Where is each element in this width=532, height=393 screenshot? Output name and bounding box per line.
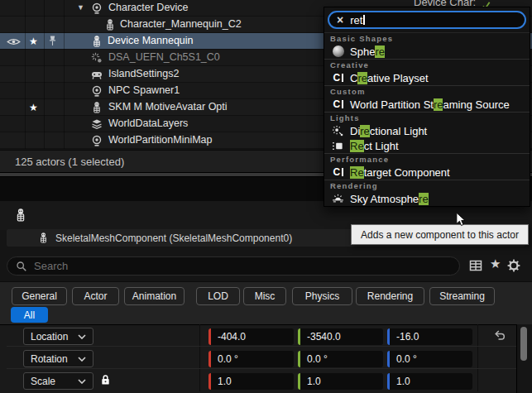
row-divider	[7, 368, 516, 369]
dropdown-search-input[interactable]: × ret	[328, 11, 526, 29]
category-general[interactable]: General	[12, 287, 67, 305]
outliner-column-divider	[25, 0, 26, 149]
section-performance: Performance C Retarget Component	[324, 153, 530, 180]
search-placeholder: Search	[34, 260, 68, 272]
section-title: Performance	[324, 154, 530, 165]
scale-lock-icon[interactable]	[100, 373, 111, 386]
location-x-field[interactable]: -404.0	[208, 328, 294, 345]
layers-icon	[91, 118, 103, 130]
scale-x-field[interactable]: 1.0	[208, 373, 294, 390]
section-rendering: Rendering Sky Atmosphere	[324, 180, 530, 206]
creative-logo-icon: C	[331, 71, 345, 84]
grid-view-icon[interactable]	[469, 259, 482, 272]
section-title: Basic Shapes	[324, 33, 530, 44]
rect-light-icon	[331, 139, 345, 152]
favorites-filter-icon[interactable]: ★	[490, 256, 501, 271]
skeleton-icon	[91, 36, 103, 47]
outliner-row-label: Character Device	[108, 0, 189, 16]
section-title: Custom	[324, 86, 530, 97]
component-label: SkeletalMeshComponent (SkeletalMeshCompo…	[55, 232, 292, 244]
category-actor[interactable]: Actor	[72, 287, 119, 305]
category-all-selected[interactable]: All	[11, 307, 48, 323]
menu-item-creative-playset[interactable]: C Creative Playset	[324, 70, 530, 85]
skeleton-icon	[38, 232, 49, 243]
column-divider	[477, 324, 478, 391]
category-physics[interactable]: Physics	[292, 287, 352, 305]
menu-item-retarget-component[interactable]: C Retarget Component	[324, 165, 530, 180]
pin-icon[interactable]	[48, 35, 57, 47]
menu-item-rect-light[interactable]: Rect Light	[324, 138, 530, 153]
outliner-row-label: NPC Spawner1	[108, 83, 180, 98]
add-component-dropdown: × ret Basic Shapes Sphere Creative C Cre…	[324, 7, 530, 207]
expander-arrow-icon[interactable]: ▼	[77, 3, 84, 12]
visibility-eye-icon[interactable]	[7, 37, 21, 46]
category-rendering[interactable]: Rendering	[356, 287, 424, 305]
text-caret	[363, 15, 365, 25]
device-icon	[91, 135, 103, 146]
section-lights: Lights Directional Light Rect Light	[324, 112, 530, 153]
uefn-editor-window: Device Char: ▼ Character Device Characte…	[0, 0, 532, 393]
outliner-row-label: DSA_UEFN_Ch5S1_C0	[108, 50, 220, 65]
section-creative: Creative C Creative Playset	[324, 59, 530, 85]
outliner-column-divider	[64, 0, 65, 149]
dropdown-search-row: × ret	[324, 7, 530, 32]
chevron-down-icon	[78, 379, 86, 384]
scale-dropdown-button[interactable]: Scale	[23, 372, 93, 390]
row-divider	[7, 346, 516, 347]
tooltip: Adds a new component to this actor	[351, 224, 529, 245]
rotation-x-field[interactable]: 0.0 °	[208, 351, 294, 367]
reset-to-default-icon[interactable]	[493, 328, 506, 342]
category-lod[interactable]: LOD	[196, 287, 240, 305]
rotation-dropdown-button[interactable]: Rotation	[23, 350, 93, 367]
location-y-field[interactable]: -3540.0	[298, 328, 383, 345]
menu-item-directional-light[interactable]: Directional Light	[324, 123, 530, 138]
category-streaming[interactable]: Streaming	[429, 287, 495, 305]
section-title: Rendering	[324, 180, 530, 191]
outliner-row-label: Character_Mannequin_C2	[120, 17, 242, 32]
section-title: Creative	[324, 60, 530, 70]
outliner-column-divider	[44, 0, 45, 149]
chevron-down-icon	[78, 357, 86, 362]
favorite-star-icon[interactable]: ★	[29, 36, 38, 47]
creative-logo-icon: C	[331, 98, 345, 111]
location-dropdown-button[interactable]: Location	[23, 328, 93, 345]
outliner-row-label: WorldDataLayers	[108, 116, 188, 132]
scale-z-field[interactable]: 1.0	[387, 373, 472, 390]
rotation-z-field[interactable]: 0.0 °	[387, 351, 472, 367]
chevron-down-icon	[78, 334, 86, 339]
creative-logo-icon: C	[331, 165, 345, 179]
category-misc[interactable]: Misc	[243, 287, 286, 305]
sparkle-icon	[91, 52, 103, 64]
sphere-icon	[331, 45, 345, 58]
section-title: Lights	[324, 113, 530, 123]
outliner-row-label: IslandSettings2	[108, 66, 179, 82]
outliner-row-label: SKM M MotiveAvatar Opti	[108, 99, 228, 115]
outliner-row-label: Device Mannequin	[108, 33, 194, 49]
outliner-row-label: WorldPartitionMiniMap	[108, 132, 213, 148]
section-basic-shapes: Basic Shapes Sphere	[324, 32, 530, 59]
scale-y-field[interactable]: 1.0	[298, 373, 383, 390]
scrollbar-thumb[interactable]	[520, 327, 527, 361]
skeleton-icon	[14, 208, 27, 222]
sky-atmosphere-icon	[331, 192, 345, 205]
search-icon	[16, 261, 27, 272]
menu-item-world-partition-streaming-source[interactable]: C World Partition Streaming Source	[324, 97, 530, 112]
gamepad-icon	[91, 69, 103, 80]
skeleton-icon	[91, 102, 103, 113]
category-animation[interactable]: Animation	[124, 287, 185, 305]
column-divider[interactable]	[199, 324, 200, 391]
clear-search-icon[interactable]: ×	[337, 13, 343, 26]
menu-item-sky-atmosphere[interactable]: Sky Atmosphere	[324, 191, 530, 206]
menu-item-sphere[interactable]: Sphere	[324, 44, 530, 59]
device-icon	[91, 2, 103, 14]
search-value: ret	[350, 14, 362, 26]
device-icon	[91, 85, 103, 97]
gear-icon[interactable]	[507, 259, 520, 272]
favorite-star-icon[interactable]: ★	[29, 102, 38, 113]
directional-light-icon	[331, 124, 345, 137]
skeleton-icon	[104, 19, 116, 31]
location-z-field[interactable]: -16.0	[387, 328, 472, 345]
details-search-input[interactable]: Search	[7, 256, 460, 276]
rotation-y-field[interactable]: 0.0 °	[298, 351, 383, 367]
section-custom: Custom C World Partition Streaming Sourc…	[324, 85, 530, 112]
